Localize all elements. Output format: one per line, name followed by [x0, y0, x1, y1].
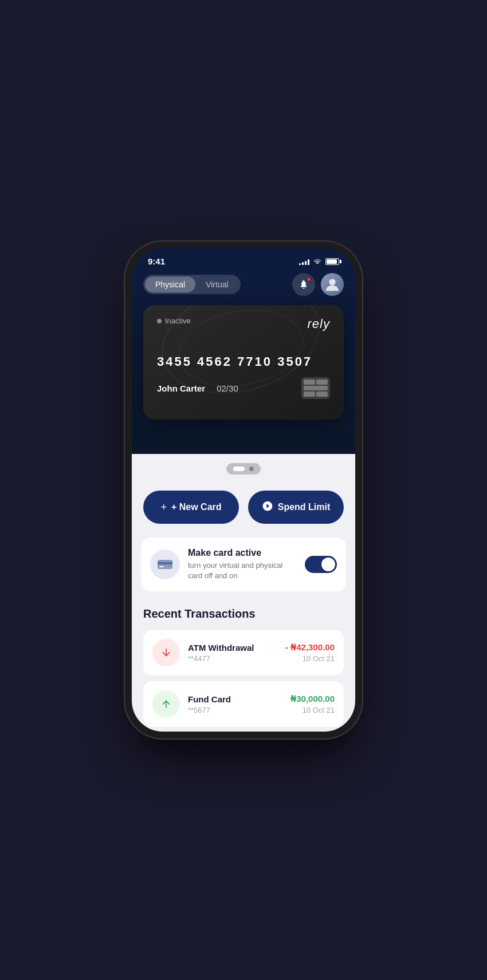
card-active-desc: turn your virtual and physical card off … — [188, 560, 297, 581]
dot-2 — [249, 467, 254, 471]
status-bar: 9:41 — [132, 248, 355, 271]
notification-dot — [307, 277, 311, 282]
txn-icon-withdrawal — [152, 639, 180, 666]
new-card-button[interactable]: + + New Card — [143, 491, 239, 524]
status-dot — [157, 319, 162, 323]
card-icon-wrapper — [150, 550, 180, 579]
spend-limit-icon — [262, 500, 273, 514]
card-active-section: Make card active turn your virtual and p… — [141, 538, 346, 591]
svg-rect-2 — [158, 562, 172, 564]
card-active-text: Make card active turn your virtual and p… — [188, 548, 297, 581]
arrow-up-icon — [160, 698, 172, 710]
svg-rect-3 — [159, 566, 164, 567]
card-bottom: John Carter 02/30 — [157, 377, 330, 399]
card-type-tabs[interactable]: Physical Virtual — [143, 275, 241, 294]
svg-point-0 — [329, 279, 335, 285]
tab-virtual[interactable]: Virtual — [195, 276, 238, 293]
card-number: 3455 4562 7710 3507 — [157, 354, 330, 369]
dot-1 — [233, 467, 245, 471]
txn-icon-fund — [152, 690, 180, 718]
spend-limit-label: Spend Limit — [278, 502, 331, 512]
card-active-title: Make card active — [188, 548, 297, 558]
txn-amount: ₦30,000.00 — [290, 694, 335, 704]
txn-card: **5677 — [188, 706, 282, 714]
arrow-down-icon — [160, 647, 172, 658]
card-icon — [158, 559, 172, 570]
txn-amount-info: - ₦42,300.00 10 Oct 21 — [285, 642, 335, 663]
status-icons — [299, 257, 339, 266]
card-holder-name: John Carter — [157, 384, 205, 393]
avatar-button[interactable] — [321, 273, 344, 296]
txn-info: ATM Withdrawal **4477 — [188, 643, 277, 663]
battery-icon — [325, 258, 339, 265]
txn-date: 10 Oct 21 — [285, 654, 335, 663]
new-card-icon: + — [160, 501, 167, 513]
main-content: + + New Card Spend Limit — [132, 479, 355, 732]
txn-amount-info: ₦30,000.00 10 Oct 21 — [290, 694, 335, 714]
wifi-icon — [313, 257, 322, 266]
nav-row: Physical Virtual — [132, 271, 355, 305]
txn-name: ATM Withdrawal — [188, 643, 277, 653]
scroll-indicator — [132, 454, 355, 479]
nav-icons — [292, 273, 344, 296]
card-expiry: 02/30 — [217, 384, 238, 393]
new-card-label: + New Card — [171, 502, 222, 512]
spend-limit-button[interactable]: Spend Limit — [248, 491, 344, 524]
txn-amount: - ₦42,300.00 — [285, 642, 335, 653]
avatar-image — [321, 273, 344, 296]
toggle-knob — [321, 558, 335, 571]
notifications-button[interactable] — [292, 273, 315, 296]
transactions-title: Recent Transactions — [143, 607, 344, 621]
card-active-toggle[interactable] — [305, 556, 337, 573]
chip-icon — [301, 377, 330, 399]
scroll-dots — [226, 463, 261, 475]
txn-card: **4477 — [188, 654, 277, 663]
txn-info: Fund Card **5677 — [188, 694, 282, 714]
credit-card: Inactive rely 3455 4562 7710 3507 John C… — [143, 305, 344, 420]
signal-icon — [299, 258, 309, 265]
transaction-item[interactable]: Fund Card **5677 ₦30,000.00 10 Oct 21 — [143, 681, 344, 727]
transactions-section: Recent Transactions ATM Withdrawal **447… — [132, 596, 355, 732]
card-container: Inactive rely 3455 4562 7710 3507 John C… — [132, 305, 355, 420]
card-holder-info: John Carter 02/30 — [157, 384, 238, 393]
transaction-item[interactable]: ATM Withdrawal **4477 - ₦42,300.00 10 Oc… — [143, 630, 344, 675]
txn-date: 10 Oct 21 — [290, 706, 335, 714]
action-buttons: + + New Card Spend Limit — [132, 479, 355, 533]
time: 9:41 — [148, 256, 165, 266]
txn-name: Fund Card — [188, 694, 282, 704]
tab-physical[interactable]: Physical — [145, 276, 195, 293]
header-area: Physical Virtual — [132, 271, 355, 454]
